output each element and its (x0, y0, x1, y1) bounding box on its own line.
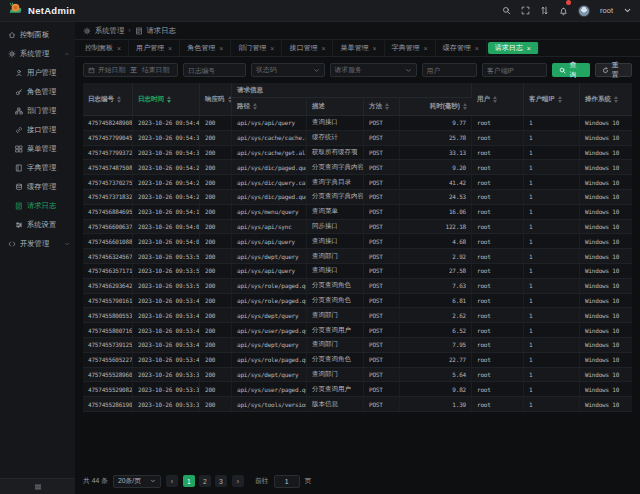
sidebar-menu: 控制面板系统管理用户管理角色管理部门管理接口管理菜单管理字典管理缓存管理请求日志… (0, 22, 75, 478)
table-row[interactable]: 4757456601088052023-10-26 09:54:04200api… (83, 234, 632, 249)
avatar[interactable] (578, 5, 590, 17)
table-row[interactable]: 4757455800716852023-10-26 09:53:45200api… (83, 323, 632, 338)
next-page-button[interactable]: › (232, 475, 244, 487)
cell-method: POST (364, 368, 400, 382)
sidebar-item-request-log[interactable]: 请求日志 (0, 196, 75, 215)
table-row[interactable]: 4757457371832372023-10-26 09:54:23200api… (83, 190, 632, 205)
close-icon[interactable]: × (372, 45, 376, 52)
table-row[interactable]: 4757455739125812023-10-26 09:53:43200api… (83, 338, 632, 353)
request-service-select[interactable]: 请求服务 (330, 63, 417, 77)
tab-缓存管理[interactable]: 缓存管理× (436, 40, 487, 56)
table-row[interactable]: 4757455605227572023-10-26 09:53:40200api… (83, 353, 632, 368)
bell-icon[interactable] (559, 7, 568, 16)
table-row[interactable]: 4757455286190132023-10-26 09:53:32200api… (83, 397, 632, 412)
page-button-3[interactable]: 3 (215, 475, 227, 487)
page-size-select[interactable]: 20条/页 (113, 475, 161, 488)
table-row[interactable]: 4757457799372852023-10-26 09:54:34200api… (83, 146, 632, 161)
tab-角色管理[interactable]: 角色管理× (180, 40, 231, 56)
cell-path: api/sys/api/query (232, 116, 307, 130)
tab-部门管理[interactable]: 部门管理× (231, 40, 282, 56)
cell-method: POST (364, 294, 400, 308)
sidebar-item-menu[interactable]: 菜单管理 (0, 139, 75, 158)
prev-page-button[interactable]: ‹ (166, 475, 178, 487)
table-row[interactable]: 4757456884695092023-10-26 09:54:11200api… (83, 205, 632, 220)
sidebar-item-cache[interactable]: 缓存管理 (0, 177, 75, 196)
close-icon[interactable]: × (219, 45, 223, 52)
tab-控制面板[interactable]: 控制面板× (78, 40, 129, 56)
user-input[interactable] (427, 67, 472, 74)
column-header-os[interactable]: 操作系统 (580, 83, 632, 115)
page-button-1[interactable]: 1 (183, 475, 195, 487)
cell-ip: 1 (524, 160, 580, 174)
fullscreen-icon[interactable] (521, 6, 530, 15)
cell-id: 475745580071685 (83, 323, 133, 337)
cell-duration: 33.13 (400, 146, 472, 160)
cell-desc: 分页查询用户 (307, 323, 364, 337)
font-size-icon[interactable] (540, 6, 549, 15)
cell-duration: 5.64 (400, 368, 472, 382)
app-brand[interactable]: NetAdmin (8, 1, 75, 20)
status-code-select[interactable]: 状态码 (251, 63, 324, 77)
close-icon[interactable]: × (321, 45, 325, 52)
column-header-code[interactable]: 响应码 (200, 83, 232, 115)
table-row[interactable]: 4757456357171252023-10-26 09:53:58200api… (83, 264, 632, 279)
column-header-path[interactable]: 路径 (232, 98, 307, 115)
sidebar-item-dev[interactable]: 开发管理 (0, 234, 75, 253)
table-header: 日志编号日志时间响应码请求信息路径描述方法耗时(毫秒)用户客户端IP操作系统 (83, 83, 632, 116)
reset-button[interactable]: 重置 (595, 63, 632, 77)
column-header-method[interactable]: 方法 (364, 98, 400, 115)
sidebar-item-dept[interactable]: 部门管理 (0, 101, 75, 120)
tab-用户管理[interactable]: 用户管理× (129, 40, 180, 56)
sidebar-item-role[interactable]: 角色管理 (0, 82, 75, 101)
log-id-input[interactable] (188, 67, 241, 74)
goto-page-input[interactable] (274, 475, 300, 488)
table-row[interactable]: 4757456293642292023-10-26 09:53:57200api… (83, 279, 632, 294)
cell-path: api/sys/api/sync (232, 220, 307, 234)
breadcrumb-item[interactable]: 系统管理 (95, 26, 124, 36)
table-row[interactable]: 4757455529082932023-10-26 09:53:38200api… (83, 382, 632, 397)
sidebar-item-api[interactable]: 接口管理 (0, 120, 75, 139)
search-icon[interactable] (502, 6, 511, 15)
client-ip-input[interactable] (487, 67, 542, 74)
column-header-ip[interactable]: 客户端IP (524, 83, 580, 115)
username[interactable]: root (600, 6, 613, 15)
cell-method: POST (364, 264, 400, 278)
date-range-picker[interactable]: 开始日期 至 结束日期 (83, 63, 178, 77)
sidebar-item-system[interactable]: 系统管理 (0, 44, 75, 63)
close-icon[interactable]: × (117, 45, 121, 52)
content-area: 开始日期 至 结束日期 状态码 请求服务 (75, 57, 640, 494)
sidebar-item-user[interactable]: 用户管理 (0, 63, 75, 82)
table-row[interactable]: 4757457799045172023-10-26 09:54:34200api… (83, 131, 632, 146)
table-row[interactable]: 4757457487508532023-10-26 09:54:24200api… (83, 160, 632, 175)
tab-接口管理[interactable]: 接口管理× (282, 40, 333, 56)
close-icon[interactable]: × (527, 45, 531, 52)
cell-user: root (472, 279, 524, 293)
tab-请求日志[interactable]: 请求日志× (488, 42, 539, 54)
table-row[interactable]: 4757455800553012023-10-26 09:53:45200api… (83, 308, 632, 323)
cell-user: root (472, 382, 524, 396)
close-icon[interactable]: × (270, 45, 274, 52)
tab-字典管理[interactable]: 字典管理× (385, 40, 436, 56)
tab-菜单管理[interactable]: 菜单管理× (333, 40, 384, 56)
table-row[interactable]: 4757455790161972023-10-26 09:53:45200api… (83, 294, 632, 309)
table-row[interactable]: 4757458248908852023-10-26 09:54:45200api… (83, 116, 632, 131)
table-row[interactable]: 4757455528960052023-10-26 09:53:38200api… (83, 368, 632, 383)
sidebar-item-settings[interactable]: 系统设置 (0, 215, 75, 234)
table-row[interactable]: 4757456600637492023-10-26 09:54:04200api… (83, 220, 632, 235)
column-header-duration[interactable]: 耗时(毫秒) (400, 98, 472, 115)
table-row[interactable]: 4757457370275892023-10-26 09:54:23200api… (83, 175, 632, 190)
page-button-2[interactable]: 2 (199, 475, 211, 487)
cell-path: api/sys/tools/version (232, 397, 307, 411)
table-row[interactable]: 4757456324567092023-10-26 09:53:58200api… (83, 249, 632, 264)
column-header-time[interactable]: 日志时间 (133, 83, 200, 115)
search-button[interactable]: 查询 (552, 63, 589, 77)
close-icon[interactable]: × (475, 45, 479, 52)
sidebar-collapse-button[interactable] (0, 478, 75, 494)
column-header-user[interactable]: 用户 (472, 83, 524, 115)
close-icon[interactable]: × (168, 45, 172, 52)
chevron-down-icon[interactable] (623, 6, 632, 15)
sidebar-item-dashboard[interactable]: 控制面板 (0, 25, 75, 44)
close-icon[interactable]: × (424, 45, 428, 52)
sidebar-item-dict[interactable]: 字典管理 (0, 158, 75, 177)
column-header-id[interactable]: 日志编号 (83, 83, 133, 115)
